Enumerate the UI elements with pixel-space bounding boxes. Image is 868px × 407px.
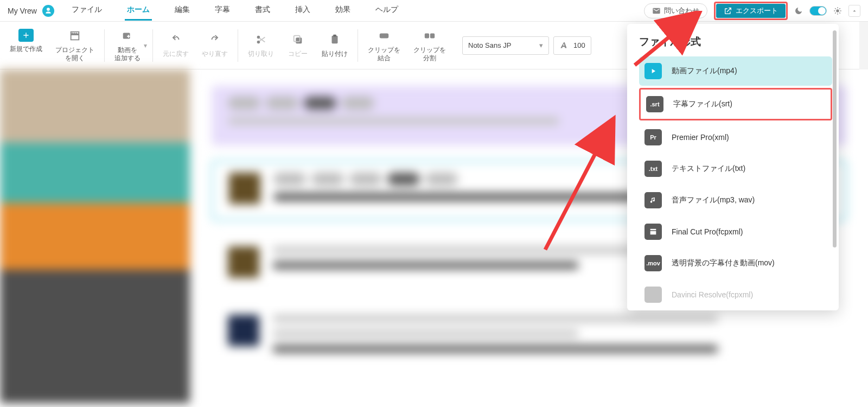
new-button[interactable]: 新規で作成: [3, 26, 49, 56]
split-clip-button[interactable]: クリップを 分割: [407, 26, 452, 66]
font-size-value: 100: [573, 41, 585, 49]
menu-items: ファイル ホーム 編集 字幕 書式 挿入 効果 ヘルプ: [69, 1, 400, 21]
export-item-mp4[interactable]: 動画ファイル(mp4): [639, 56, 832, 86]
menu-subtitle[interactable]: 字幕: [213, 1, 232, 21]
plus-icon: [22, 31, 30, 40]
font-family-select[interactable]: Noto Sans JP ▾: [462, 36, 549, 55]
merge-icon: [378, 30, 390, 42]
split-icon: [424, 30, 436, 42]
export-format-list: 動画ファイル(mp4) .srt 字幕ファイル(srt) Pr Premier …: [639, 56, 832, 306]
export-item-txt[interactable]: .txt テキストファイル(txt): [639, 154, 832, 183]
play-icon: [644, 63, 662, 79]
redo-icon: [209, 34, 221, 46]
menu-home[interactable]: ホーム: [125, 1, 152, 21]
font-size-input[interactable]: 100: [553, 36, 591, 55]
svg-rect-4: [296, 37, 302, 43]
brand-label: My Vrew: [8, 7, 37, 15]
menu-insert[interactable]: 挿入: [293, 1, 312, 21]
open-project-button[interactable]: プロジェクト を開く: [49, 26, 101, 66]
txt-badge: .txt: [644, 161, 662, 177]
export-icon: [724, 7, 732, 15]
clapper-icon: [644, 224, 662, 240]
scissors-icon: [255, 34, 267, 46]
export-item-srt[interactable]: .srt 字幕ファイル(srt): [641, 90, 831, 119]
contact-label: 問い合わせ: [664, 6, 699, 16]
contact-button[interactable]: 問い合わせ: [644, 3, 707, 18]
collapse-button[interactable]: [848, 5, 860, 17]
theme-toggle[interactable]: [809, 6, 827, 16]
export-item-fcp[interactable]: Final Cut Pro(fcpxml): [639, 217, 832, 246]
export-item-mov[interactable]: .mov 透明背景の字幕付き動画(mov): [639, 249, 832, 278]
cut-button[interactable]: 切り取り: [241, 29, 280, 61]
svg-point-0: [836, 9, 839, 12]
mov-badge: .mov: [644, 255, 662, 271]
font-size-icon: [559, 41, 569, 50]
music-icon: [644, 192, 662, 208]
avatar[interactable]: [42, 5, 54, 17]
chevron-down-icon: ▾: [539, 41, 543, 49]
font-family-value: Noto Sans JP: [468, 41, 512, 49]
menu-file[interactable]: ファイル: [69, 1, 104, 21]
clapper-icon: [69, 30, 81, 42]
redo-button[interactable]: やり直す: [195, 29, 234, 61]
pr-badge: Pr: [644, 129, 662, 145]
svg-rect-9: [425, 34, 429, 37]
export-button[interactable]: エクスポート: [716, 4, 786, 18]
davinci-badge: [644, 287, 662, 303]
export-panel: ファイル形式 動画ファイル(mp4) .srt 字幕ファイル(srt) Pr P…: [627, 24, 839, 310]
export-item-srt-highlight: .srt 字幕ファイル(srt): [639, 88, 832, 120]
mail-icon: [652, 7, 661, 15]
window-scrollbar[interactable]: [859, 22, 868, 69]
menu-format[interactable]: 書式: [253, 1, 272, 21]
svg-rect-6: [332, 36, 338, 44]
svg-rect-10: [431, 34, 434, 37]
moon-icon: [794, 7, 803, 15]
user-icon: [44, 7, 52, 15]
add-video-caret[interactable]: ▾: [144, 42, 147, 49]
menu-effect[interactable]: 効果: [333, 1, 353, 21]
chevron-up-icon: [852, 8, 857, 14]
undo-icon: [170, 34, 182, 46]
copy-button[interactable]: コピー: [280, 29, 315, 61]
clipboard-icon: [329, 34, 341, 46]
copy-icon: [292, 34, 304, 46]
menu-edit[interactable]: 編集: [173, 1, 192, 21]
video-plus-icon: [122, 30, 133, 42]
export-button-highlight: エクスポート: [714, 2, 788, 20]
sun-icon: [833, 7, 842, 15]
export-label: エクスポート: [736, 6, 778, 16]
export-item-davinci[interactable]: Davinci Resolve(fcpxml): [639, 280, 832, 306]
paste-button[interactable]: 貼り付け: [315, 29, 354, 61]
srt-badge: .srt: [646, 96, 663, 112]
add-video-button[interactable]: 動画を 追加する: [108, 26, 147, 66]
menu-bar: My Vrew ファイル ホーム 編集 字幕 書式 挿入 効果 ヘルプ 問い合わ…: [0, 0, 868, 22]
svg-rect-7: [333, 35, 336, 37]
undo-button[interactable]: 元に戻す: [156, 29, 195, 61]
merge-clip-button[interactable]: クリップを 結合: [361, 26, 407, 66]
menu-help[interactable]: ヘルプ: [373, 1, 400, 21]
panel-scrollbar[interactable]: [833, 30, 837, 247]
export-item-audio[interactable]: 音声ファイル(mp3, wav): [639, 186, 832, 215]
export-panel-title: ファイル形式: [639, 35, 832, 49]
export-item-premiere[interactable]: Pr Premier Pro(xml): [639, 123, 832, 152]
